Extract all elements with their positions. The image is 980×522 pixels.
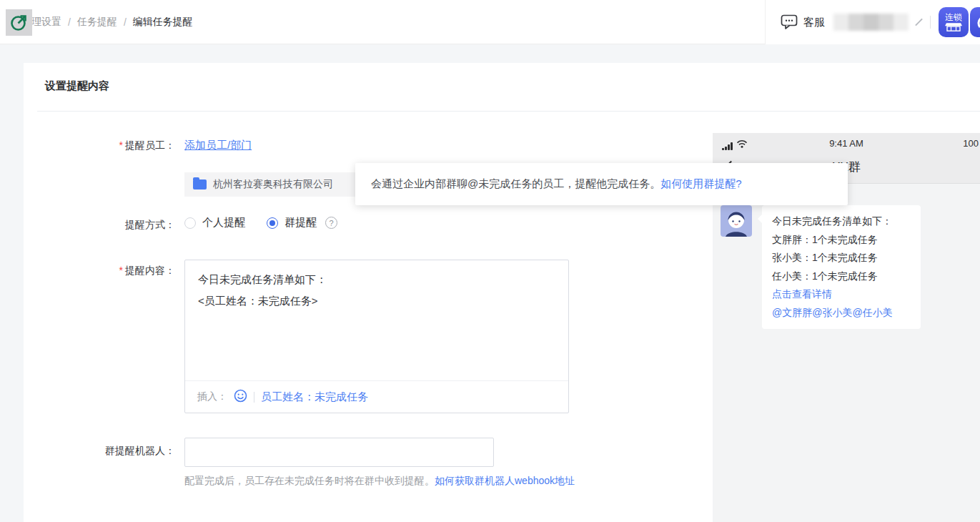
breadcrumb-separator: /: [68, 16, 71, 28]
folder-icon: [193, 179, 207, 189]
status-time: 9:41 AM: [713, 138, 980, 149]
page: 管理设置 / 任务提醒 / 编辑任务提醒 客服: [0, 0, 980, 522]
add-staff-link[interactable]: 添加员工/部门: [184, 139, 252, 152]
chain-store-app-icon[interactable]: 连锁: [939, 7, 969, 37]
robot-webhook-input[interactable]: [184, 438, 494, 467]
tooltip-text: 会通过企业内部群聊@未完成任务的员工，提醒他完成任务。: [371, 177, 660, 191]
radio-circle-off[interactable]: [184, 217, 196, 229]
webhook-help-link[interactable]: 如何获取群机器人webhook地址: [435, 475, 575, 486]
topbar-right: 客服 连锁: [765, 0, 980, 44]
chat-line: 任小美：1个未完成任务: [772, 267, 911, 286]
insert-placeholder-link[interactable]: 员工姓名：未完成任务: [261, 390, 368, 404]
company-tag-label: 杭州客拉赛奥科技有限公司: [213, 178, 333, 191]
remind-content-textarea[interactable]: 今日未完成任务清单如下： <员工姓名：未完成任务>: [185, 260, 568, 380]
screenshot-widget-icon[interactable]: [6, 9, 32, 36]
section-divider: [37, 111, 980, 112]
group-remind-tooltip: 会通过企业内部群聊@未完成任务的员工，提醒他完成任务。如何使用群提醒?: [355, 163, 848, 205]
breadcrumb-item-task-reminder[interactable]: 任务提醒: [77, 16, 117, 29]
robot-help-text: 配置完成后，员工存在未完成任务时将在群中收到提醒。如何获取群机器人webhook…: [184, 475, 575, 488]
edit-pencil-icon[interactable]: [915, 19, 923, 26]
group-remind-help-icon[interactable]: ?: [325, 217, 337, 229]
remind-content-label: *提醒内容：: [32, 265, 175, 277]
top-bar: 管理设置 / 任务提醒 / 编辑任务提醒 客服: [0, 0, 980, 44]
insert-label: 插入：: [197, 390, 227, 403]
support-button[interactable]: 客服: [781, 14, 825, 31]
view-details-link[interactable]: 点击查看详情: [772, 285, 911, 304]
blurred-account-name: [833, 14, 909, 31]
required-asterisk: *: [119, 139, 123, 151]
storefront-icon: [944, 22, 963, 31]
radio-personal-label: 个人提醒: [202, 216, 245, 230]
chat-line: 今日未完成任务清单如下：: [772, 212, 911, 231]
remind-content-box: 今日未完成任务清单如下： <员工姓名：未完成任务> 插入： 员工姓名：未完成任务: [184, 260, 569, 413]
radio-group-remind[interactable]: 群提醒: [267, 216, 317, 230]
robot-label: 群提醒机器人：: [32, 445, 175, 458]
remind-staff-label: *提醒员工：: [32, 139, 175, 152]
company-tag[interactable]: 杭州客拉赛奥科技有限公司: [184, 172, 365, 197]
chat-line: 文胖胖：1个未完成任务: [772, 231, 911, 250]
breadcrumb: 管理设置 / 任务提醒 / 编辑任务提醒: [21, 0, 193, 44]
required-asterisk: *: [119, 265, 123, 276]
second-app-icon-partial[interactable]: [970, 7, 980, 37]
how-to-use-group-remind-link[interactable]: 如何使用群提醒?: [660, 177, 741, 191]
chat-bubble-icon: [781, 14, 798, 31]
remind-mode-radio-group: 个人提醒 群提醒 ?: [184, 216, 337, 230]
chain-app-label: 连锁: [945, 13, 962, 22]
chat-line: 张小美：1个未完成任务: [772, 249, 911, 267]
radio-group-label: 群提醒: [284, 216, 317, 230]
insert-bar-divider: [254, 392, 254, 403]
breadcrumb-separator: /: [124, 16, 127, 28]
support-label: 客服: [803, 16, 825, 29]
mentions-link[interactable]: @文胖胖@张小美@任小美: [772, 304, 911, 322]
chat-message-bubble: 今日未完成任务清单如下： 文胖胖：1个未完成任务 张小美：1个未完成任务 任小美…: [762, 205, 921, 329]
emoji-icon[interactable]: [234, 389, 247, 405]
remind-mode-label: 提醒方式：: [32, 219, 175, 232]
topbar-divider: [930, 16, 931, 29]
bot-avatar: [721, 205, 752, 237]
content-insert-bar: 插入： 员工姓名：未完成任务: [185, 380, 568, 413]
radio-personal-remind[interactable]: 个人提醒: [184, 216, 245, 230]
status-battery: 100: [963, 138, 979, 149]
section-title: 设置提醒内容: [45, 79, 109, 93]
radio-circle-on[interactable]: [267, 217, 278, 229]
breadcrumb-current: 编辑任务提醒: [133, 16, 193, 29]
